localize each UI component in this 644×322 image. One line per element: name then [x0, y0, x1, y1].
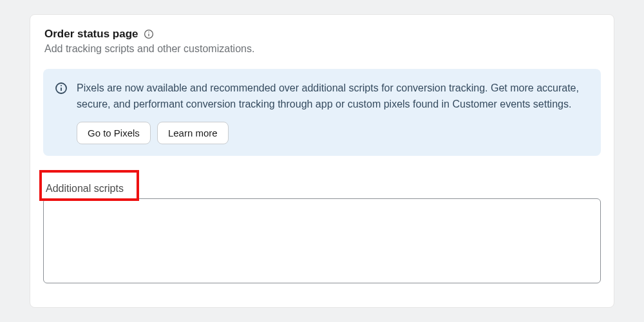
- additional-scripts-textarea[interactable]: [43, 198, 601, 283]
- additional-scripts-highlight: Additional scripts: [39, 170, 139, 201]
- learn-more-button[interactable]: Learn more: [157, 122, 229, 144]
- info-icon[interactable]: [144, 29, 154, 39]
- page-subtitle: Add tracking scripts and other customiza…: [44, 43, 601, 55]
- pixels-banner: Pixels are now available and recommended…: [43, 69, 601, 156]
- order-status-card: Order status page Add tracking scripts a…: [30, 14, 614, 308]
- svg-point-2: [148, 32, 149, 32]
- page-title: Order status page: [44, 28, 138, 41]
- banner-buttons: Go to Pixels Learn more: [77, 122, 588, 144]
- banner-content: Pixels are now available and recommended…: [77, 80, 588, 144]
- additional-scripts-label: Additional scripts: [46, 183, 124, 194]
- info-icon: [55, 82, 68, 95]
- svg-point-5: [61, 85, 62, 86]
- go-to-pixels-button[interactable]: Go to Pixels: [77, 122, 151, 144]
- title-row: Order status page: [43, 28, 601, 41]
- banner-message: Pixels are now available and recommended…: [77, 80, 588, 113]
